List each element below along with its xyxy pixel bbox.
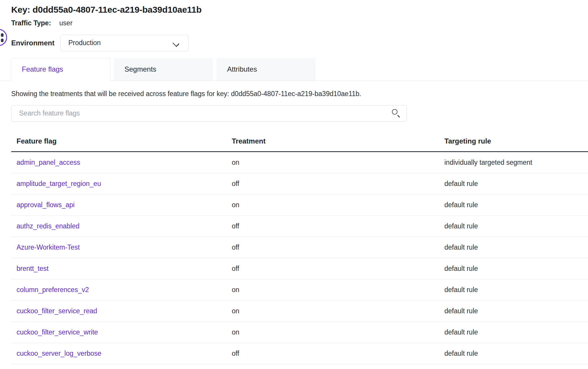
header: Key: d0dd55a0-4807-11ec-a219-ba39d10ae11… [0, 0, 588, 51]
feature-flag-link[interactable]: cuckoo_filter_service_read [17, 307, 97, 315]
targeting-rule-value: default rule [444, 328, 588, 336]
feature-flags-table: Feature flag Treatment Targeting rule ad… [11, 131, 588, 364]
chevron-down-icon [173, 39, 180, 47]
table-header-row: Feature flag Treatment Targeting rule [11, 131, 588, 152]
tab-bar: Feature flags Segments Attributes [0, 58, 588, 81]
table-row: cuckoo_server_log_verbose off default ru… [11, 343, 588, 364]
targeting-rule-value: default rule [444, 222, 588, 230]
feature-flag-link[interactable]: approval_flows_api [17, 201, 75, 209]
feature-flag-link[interactable]: authz_redis_enabled [17, 222, 80, 230]
page: Key: d0dd55a0-4807-11ec-a219-ba39d10ae11… [0, 0, 588, 369]
treatments-description: Showing the treatments that will be rece… [11, 90, 588, 98]
traffic-type-value: user [59, 19, 73, 27]
environment-label: Environment [11, 39, 55, 47]
table-body: admin_panel_access on individually targe… [11, 152, 588, 364]
feature-flag-link[interactable]: brentt_test [17, 265, 49, 272]
page-title: Key: d0dd55a0-4807-11ec-a219-ba39d10ae11… [11, 4, 588, 15]
treatment-value: on [232, 201, 444, 209]
tab-attributes-label: Attributes [227, 65, 257, 73]
environment-dropdown[interactable]: Production [60, 35, 189, 51]
treatment-value: on [232, 307, 444, 315]
treatment-value: on [232, 328, 444, 336]
targeting-rule-value: default rule [444, 307, 588, 315]
targeting-rule-value: default rule [444, 286, 588, 294]
search-input[interactable] [11, 105, 407, 122]
table-row: amplitude_target_region_eu off default r… [11, 173, 588, 195]
tab-segments-label: Segments [124, 65, 156, 73]
table-row: brentt_test off default rule [11, 258, 588, 279]
treatment-value: off [232, 180, 444, 188]
table-row: approval_flows_api on default rule [11, 195, 588, 216]
environment-selected-value: Production [68, 39, 101, 47]
feature-flag-link[interactable]: admin_panel_access [17, 159, 80, 166]
search-icon[interactable] [392, 109, 401, 118]
table-row: column_preferences_v2 on default rule [11, 279, 588, 301]
feature-flag-link[interactable]: amplitude_target_region_eu [17, 180, 101, 187]
treatment-value: on [232, 286, 444, 294]
table-row: cuckoo_filter_service_write on default r… [11, 322, 588, 343]
targeting-rule-value: individually targeted segment [444, 159, 588, 167]
table-row: admin_panel_access on individually targe… [11, 152, 588, 173]
tab-feature-flags[interactable]: Feature flags [11, 58, 110, 81]
treatment-value: off [232, 265, 444, 273]
traffic-type-label: Traffic Type: [11, 19, 51, 27]
tab-attributes[interactable]: Attributes [216, 58, 316, 80]
search-container [11, 105, 407, 122]
table-row: cuckoo_filter_service_read on default ru… [11, 301, 588, 322]
treatment-value: on [232, 159, 444, 167]
tab-segments[interactable]: Segments [114, 58, 213, 80]
targeting-rule-value: default rule [444, 201, 588, 209]
environment-row: Environment Production [11, 35, 588, 51]
feature-flag-link[interactable]: cuckoo_server_log_verbose [17, 350, 101, 357]
traffic-type-row: Traffic Type: user [11, 19, 588, 27]
table-row: authz_redis_enabled off default rule [11, 216, 588, 237]
targeting-rule-value: default rule [444, 350, 588, 358]
feature-flag-link[interactable]: cuckoo_filter_service_write [17, 328, 98, 336]
treatment-value: off [232, 350, 444, 358]
column-header-feature-flag: Feature flag [11, 137, 232, 145]
treatment-value: off [232, 243, 444, 251]
targeting-rule-value: default rule [444, 180, 588, 188]
targeting-rule-value: default rule [444, 243, 588, 251]
feature-flag-link[interactable]: column_preferences_v2 [17, 286, 89, 294]
targeting-rule-value: default rule [444, 265, 588, 273]
column-header-treatment: Treatment [232, 137, 444, 145]
feature-flag-link[interactable]: Azure-Workitem-Test [17, 243, 80, 251]
table-row: Azure-Workitem-Test off default rule [11, 237, 588, 258]
column-header-targeting-rule: Targeting rule [444, 137, 588, 145]
treatment-value: off [232, 222, 444, 230]
tab-feature-flags-label: Feature flags [22, 65, 63, 73]
